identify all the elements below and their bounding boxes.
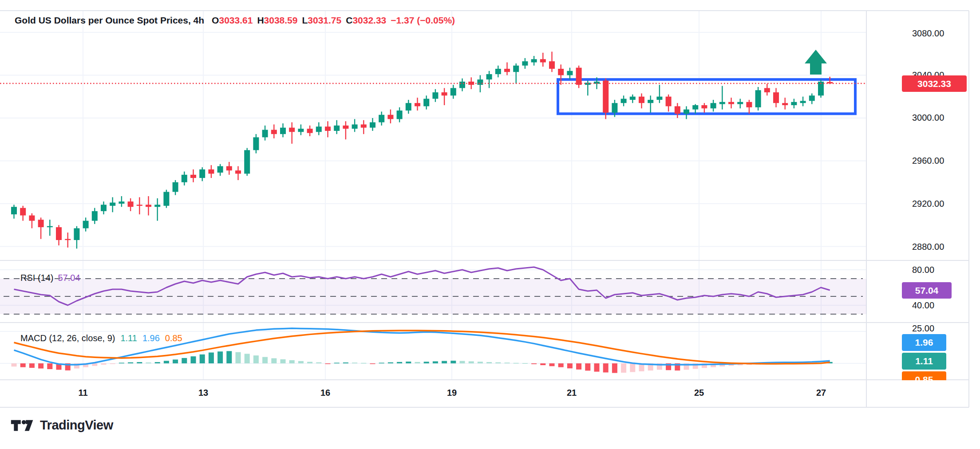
candle	[334, 126, 340, 131]
chart-canvas[interactable]	[0, 0, 980, 449]
tradingview-logo[interactable]: TradingView	[11, 418, 113, 433]
macd-histogram-bar	[585, 363, 590, 370]
candle	[137, 205, 142, 206]
candle	[387, 115, 393, 119]
rsi-axis-label: 40.00	[912, 299, 934, 311]
macd-histogram-bar	[245, 354, 250, 363]
macd-indicator-legend[interactable]: MACD (12, 26, close, 9) 1.11 1.96 0.85	[20, 333, 188, 343]
macd-hist-value: 1.11	[120, 333, 137, 343]
candle	[746, 102, 752, 107]
macd-histogram-bar	[603, 363, 609, 372]
macd-histogram-bar	[469, 361, 474, 363]
candle	[809, 95, 815, 101]
candle	[379, 115, 384, 122]
macd-histogram-bar	[397, 362, 402, 363]
candle	[684, 110, 689, 114]
macd-histogram-bar	[370, 363, 375, 364]
candle	[101, 205, 107, 211]
candle	[603, 81, 609, 113]
ohlc-low: L3031.75	[302, 15, 341, 26]
price-axis-label: 2920.00	[912, 198, 944, 209]
macd-histogram-bar	[361, 363, 366, 364]
macd-histogram-bar	[164, 361, 169, 363]
macd-histogram-bar	[20, 363, 26, 367]
candle	[423, 99, 429, 106]
macd-histogram-bar	[209, 353, 214, 363]
time-axis-label: 16	[311, 388, 340, 398]
candle	[361, 124, 367, 127]
macd-fast-value: 1.96	[142, 333, 160, 343]
candle	[343, 126, 348, 129]
macd-histogram-bar	[173, 359, 178, 363]
candle	[128, 201, 134, 207]
macd-histogram-bar	[442, 361, 447, 363]
macd-histogram-bar	[307, 362, 312, 363]
candle	[226, 166, 232, 171]
macd-histogram-bar	[594, 363, 600, 372]
macd-histogram-bar	[433, 361, 438, 363]
candle	[20, 208, 26, 216]
candle	[352, 124, 358, 129]
macd-histogram-bar	[128, 362, 133, 363]
macd-hist-badge: 1.11	[902, 353, 946, 370]
candle	[406, 103, 411, 110]
candle	[92, 211, 98, 221]
rsi-indicator-legend[interactable]: RSI (14) 57.04	[20, 273, 80, 283]
macd-histogram-bar	[450, 361, 456, 363]
tradingview-logo-icon	[11, 419, 34, 432]
candle	[56, 227, 62, 240]
candle	[728, 102, 734, 104]
price-axis-label: 3000.00	[912, 112, 944, 123]
candle	[110, 203, 115, 206]
symbol-title: Gold US Dollars per Ounce Spot Prices, 4…	[15, 15, 204, 26]
candle	[701, 105, 707, 108]
candle	[146, 205, 151, 207]
macd-histogram-bar	[146, 362, 151, 363]
candle	[522, 61, 528, 66]
candle	[415, 103, 420, 106]
candle	[47, 226, 53, 227]
candle	[74, 228, 79, 240]
candle	[450, 88, 456, 95]
candle	[656, 97, 662, 100]
candle	[549, 61, 555, 69]
candle	[370, 122, 375, 128]
macd-histogram-bar	[531, 363, 537, 364]
candle	[271, 130, 277, 134]
macd-histogram-bar	[262, 357, 268, 363]
up-arrow-annotation[interactable]	[805, 50, 827, 75]
candle	[83, 221, 89, 228]
macd-histogram-bar	[460, 361, 465, 363]
candle	[29, 216, 35, 221]
time-axis-label: 19	[438, 388, 466, 398]
symbol-title-row: Gold US Dollars per Ounce Spot Prices, 4…	[15, 15, 462, 26]
candle	[755, 90, 761, 107]
macd-histogram-bar	[298, 361, 304, 363]
last-price-badge: 3032.33	[902, 75, 967, 92]
time-axis-label: 21	[557, 388, 586, 398]
candle	[782, 103, 788, 105]
candle	[253, 137, 259, 150]
macd-label: MACD (12, 26, close, 9)	[20, 333, 115, 343]
time-axis-label: 11	[69, 388, 97, 398]
candle	[199, 169, 205, 178]
rsi-axis-label: 80.00	[912, 264, 934, 276]
macd-histogram-bar	[558, 363, 564, 367]
candle	[764, 88, 770, 92]
macd-histogram-bar	[281, 359, 286, 363]
time-axis-label: 25	[685, 388, 713, 398]
macd-histogram-bar	[495, 362, 501, 363]
macd-histogram-bar	[155, 362, 160, 363]
macd-signal-value: 0.85	[165, 333, 182, 343]
candle	[675, 106, 680, 114]
time-axis-label: 27	[807, 388, 835, 398]
candle	[486, 74, 492, 79]
candle	[531, 59, 537, 62]
candle	[163, 192, 169, 205]
candle	[38, 220, 44, 227]
candle	[11, 207, 17, 214]
ohlc-high: H3038.59	[257, 15, 297, 26]
candle	[648, 100, 653, 103]
candle	[316, 126, 322, 132]
macd-histogram-bar	[119, 363, 124, 364]
